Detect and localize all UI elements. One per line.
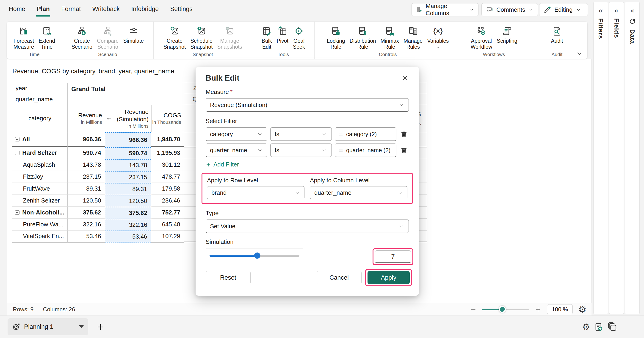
zoom-in-button[interactable]	[535, 306, 542, 313]
measure-select[interactable]: Revenue (Simulation)	[206, 98, 409, 112]
side-panel-data[interactable]: «Data	[625, 2, 640, 314]
table-cell[interactable]: 107.29	[151, 231, 184, 242]
manage-columns-button[interactable]: Manage Columns	[412, 3, 478, 16]
table-cell[interactable]: 237.15	[68, 171, 105, 183]
slider-track[interactable]	[210, 255, 300, 257]
apply-button[interactable]: Apply	[368, 271, 410, 284]
refresh-icon[interactable]	[629, 18, 636, 25]
table-cell[interactable]: 143.78	[68, 159, 105, 171]
delete-filter-icon[interactable]	[400, 146, 408, 154]
table-cell[interactable]: 143.78	[105, 159, 151, 171]
ribbon-button-variables[interactable]: {X}Variables	[425, 24, 450, 51]
table-cell[interactable]: 590.74	[68, 147, 105, 159]
add-sheet-button[interactable]	[94, 320, 107, 334]
ribbon-button-audit[interactable]: Audit	[549, 24, 565, 45]
row-label[interactable]: All	[12, 132, 68, 147]
app-settings-gear-icon[interactable]: ⚙	[582, 323, 590, 331]
table-cell[interactable]: 478.77	[151, 171, 184, 183]
ribbon-button-schedule-snapshot[interactable]: ScheduleSnapshot	[188, 24, 214, 51]
editing-mode-button[interactable]: Editing	[539, 3, 588, 16]
ribbon-button-forecast-measure[interactable]: ForecastMeasure	[12, 24, 36, 51]
row-label[interactable]: PureFlow Wa...	[12, 219, 68, 231]
table-cell[interactable]: 236.46	[151, 195, 184, 207]
menu-tab-plan[interactable]: Plan	[36, 6, 50, 17]
ribbon-button-approval-workflow[interactable]: ApprovalWorkflow	[469, 24, 494, 51]
expand-panel-icon[interactable]: «	[614, 7, 618, 14]
table-cell[interactable]: 301.12	[151, 159, 184, 171]
ribbon-button-locking-rule[interactable]: LockingRule	[325, 24, 347, 51]
table-cell[interactable]: 89.31	[105, 183, 151, 195]
apply-row-level-select[interactable]: brand	[207, 186, 304, 199]
simulation-value-input[interactable]: 7	[375, 251, 411, 263]
ribbon-button-create-snapshot[interactable]: CreateSnapshot	[162, 24, 188, 51]
table-cell[interactable]: 322.16	[105, 219, 151, 231]
table-cell[interactable]: 53.46	[68, 231, 105, 242]
table-cell[interactable]: 120.50	[68, 195, 105, 207]
table-cell[interactable]: 120.50	[105, 195, 151, 207]
expand-panel-icon[interactable]: «	[598, 7, 603, 14]
table-cell[interactable]: 1,948.70	[151, 132, 184, 147]
table-cell[interactable]: 590.74	[105, 147, 151, 159]
slider-thumb[interactable]	[254, 253, 260, 259]
new-report-icon[interactable]	[594, 322, 604, 332]
filter-field-select[interactable]: category	[206, 127, 267, 141]
table-cell[interactable]: 89.31	[68, 183, 105, 195]
filter-value-button[interactable]: quarter_name (2)	[335, 143, 396, 157]
row-label[interactable]: Non-Alcoholi...	[12, 207, 68, 219]
menu-tab-format[interactable]: Format	[61, 6, 82, 17]
collapse-icon[interactable]	[15, 151, 20, 155]
row-label[interactable]: AquaSplash	[12, 159, 68, 171]
table-cell[interactable]: 237.15	[105, 171, 151, 183]
add-filter-button[interactable]: Add Filter	[206, 161, 239, 168]
filter-field-select[interactable]: quarter_name	[206, 143, 267, 157]
row-label[interactable]: Zenith Seltzer	[12, 195, 68, 207]
cancel-button[interactable]: Cancel	[316, 271, 362, 284]
reset-button[interactable]: Reset	[206, 271, 250, 284]
filter-operator-select[interactable]: Is	[270, 143, 332, 157]
table-cell[interactable]: 1,195.93	[151, 147, 184, 159]
table-cell[interactable]: 645.48	[151, 219, 184, 231]
ribbon-button-simulate[interactable]: Simulate	[121, 24, 145, 45]
collapse-icon[interactable]	[15, 210, 20, 215]
ribbon-button-distribution-rule[interactable]: DistributionRule	[348, 24, 378, 51]
sheet-tab-planning-1[interactable]: Planning 1	[8, 318, 88, 335]
filter-operator-select[interactable]: Is	[270, 127, 332, 141]
menu-tab-infobridge[interactable]: Infobridge	[131, 6, 159, 17]
table-cell[interactable]: 179.58	[151, 183, 184, 195]
menu-tab-settings[interactable]: Settings	[170, 6, 193, 17]
ribbon-button-scripting[interactable]: Scripting	[495, 24, 519, 45]
ribbon-button-manage-rules[interactable]: ManageRules	[402, 24, 424, 51]
row-label[interactable]: FruitWave	[12, 183, 68, 195]
table-cell[interactable]: 966.36	[68, 132, 105, 147]
zoom-out-button[interactable]	[470, 306, 477, 313]
ribbon-button-minmax-rule[interactable]: MinmaxRule	[379, 24, 401, 51]
zoom-slider-thumb[interactable]	[499, 306, 506, 313]
table-cell[interactable]: 375.62	[105, 207, 151, 219]
duplicate-icon[interactable]	[608, 322, 618, 332]
side-panel-fields[interactable]: «Fields	[609, 2, 624, 314]
table-cell[interactable]: 375.62	[68, 207, 105, 219]
table-cell[interactable]: 966.36	[105, 132, 151, 147]
ribbon-button-pivot[interactable]: Pivot	[275, 24, 290, 45]
ribbon-button-bulk-edit[interactable]: BulkEdit	[260, 24, 274, 51]
table-cell[interactable]: 752.77	[151, 207, 184, 219]
menu-tab-home[interactable]: Home	[8, 6, 26, 17]
grid-settings-gear-icon[interactable]: ⚙	[578, 305, 586, 314]
comments-button[interactable]: Comments	[482, 3, 538, 16]
type-select[interactable]: Set Value	[206, 220, 409, 233]
close-icon[interactable]	[401, 74, 409, 82]
simulation-slider[interactable]	[206, 248, 303, 263]
collapse-ribbon-icon[interactable]	[576, 50, 583, 57]
row-label[interactable]: VitalSpark En...	[12, 231, 68, 242]
ribbon-button-extend-time[interactable]: ExtendTime	[37, 24, 57, 51]
menu-tab-writeback[interactable]: Writeback	[92, 6, 120, 17]
delete-filter-icon[interactable]	[400, 130, 408, 138]
row-label[interactable]: Hard Seltzer	[12, 147, 68, 159]
table-cell[interactable]: 53.46	[105, 231, 151, 242]
ribbon-button-goal-seek[interactable]: GoalSeek	[291, 24, 307, 51]
apply-column-level-select[interactable]: quarter_name	[310, 186, 408, 199]
table-cell[interactable]: 322.16	[68, 219, 105, 231]
collapse-icon[interactable]	[15, 137, 20, 141]
zoom-slider[interactable]	[482, 309, 529, 310]
row-label[interactable]: FizzJoy	[12, 171, 68, 183]
